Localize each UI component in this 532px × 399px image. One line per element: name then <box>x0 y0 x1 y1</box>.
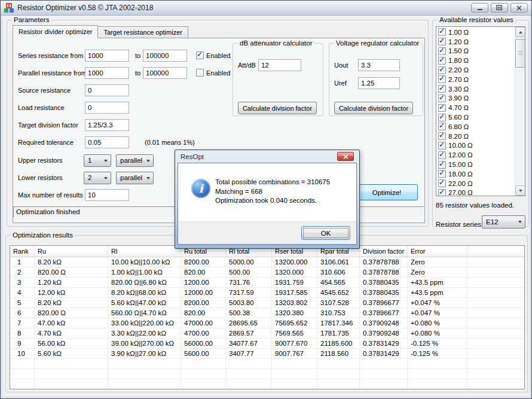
resistor-value-item[interactable]: 2.20 Ω <box>436 65 515 75</box>
attenuator-calculate-button[interactable]: Calculate division factor <box>238 102 317 114</box>
resistor-value-label: 22.00 Ω <box>448 180 473 187</box>
series-enabled-checkbox[interactable] <box>196 51 204 59</box>
lower-count-dropdown[interactable]: 2 <box>84 172 111 184</box>
resistor-value-checkbox[interactable] <box>438 66 446 74</box>
parallel-enabled-checkbox[interactable] <box>196 69 204 77</box>
tab-resistor-divider-optimizer[interactable]: Resistor divider optimizer <box>13 25 98 38</box>
resistor-value-item[interactable]: 15.00 Ω <box>436 160 515 169</box>
scroll-up-button[interactable] <box>515 27 525 37</box>
parallel-to-input[interactable]: 100000 <box>143 67 187 79</box>
tab-target-resistance-optimizer[interactable]: Target resistance optimizer <box>98 26 188 38</box>
resistor-value-checkbox[interactable] <box>438 95 446 102</box>
result-row[interactable]: 105.60 kΩ3.90 kΩ||27.00 kΩ5600.003407.77… <box>10 349 524 359</box>
resistor-value-checkbox[interactable] <box>438 104 446 112</box>
listbox-scrollbar[interactable] <box>515 27 525 196</box>
resistor-listbox[interactable]: 1.00 Ω1.20 Ω1.50 Ω1.80 Ω2.20 Ω2.70 Ω3.30… <box>436 26 525 196</box>
scroll-down-button[interactable] <box>515 185 525 196</box>
close-button[interactable] <box>510 3 528 13</box>
resistor-value-checkbox[interactable] <box>438 57 446 65</box>
resistor-value-item[interactable]: 1.00 Ω <box>436 28 515 37</box>
column-header-rank[interactable]: Rank <box>10 246 35 257</box>
upper-count-dropdown[interactable]: 1 <box>84 154 111 167</box>
target-division-input[interactable]: 1.25/3.3 <box>85 119 129 131</box>
resistor-value-checkbox[interactable] <box>438 75 446 83</box>
dialog-text-line: Optimization took 0.040 seconds. <box>215 196 330 206</box>
series-enabled-label[interactable]: Enabled <box>206 50 230 62</box>
resistor-value-item[interactable]: 6.80 Ω <box>436 122 515 132</box>
resistor-value-checkbox[interactable] <box>438 132 446 140</box>
result-row[interactable]: 58.20 kΩ5.60 kΩ||47.00 kΩ8200.005003.801… <box>10 298 524 308</box>
resistor-value-item[interactable]: 1.80 Ω <box>436 56 515 65</box>
resistor-value-item[interactable]: 5.60 Ω <box>436 112 515 122</box>
titlebar[interactable]: Resistor Optimizer v0.58 © JTA 2002-2018 <box>1 1 531 16</box>
resistor-value-item[interactable]: 3.30 Ω <box>436 84 515 94</box>
column-header-ru[interactable]: Ru <box>35 246 108 257</box>
result-cell <box>467 349 524 358</box>
values-loaded-text: 85 resistor values loaded. <box>436 202 514 209</box>
result-row[interactable]: 2820.00 Ω1.00 kΩ||1.00 kΩ820.00500.00132… <box>10 267 524 278</box>
result-row[interactable]: 31.20 kΩ820.00 Ω||6.80 kΩ1200.00731.7619… <box>10 278 524 288</box>
result-row[interactable]: 18.20 kΩ10.00 kΩ||10.00 kΩ8200.005000.00… <box>10 257 524 267</box>
resistor-value-checkbox[interactable] <box>438 161 446 169</box>
resistor-value-checkbox[interactable] <box>438 170 446 178</box>
result-cell: 5.60 kΩ <box>35 349 108 358</box>
resistor-value-item[interactable]: 1.50 Ω <box>436 47 515 56</box>
lower-mode-dropdown[interactable]: parallel <box>116 172 154 184</box>
resistor-value-item[interactable]: 4.70 Ω <box>436 103 515 112</box>
resistor-value-checkbox[interactable] <box>438 38 446 45</box>
resistor-value-checkbox[interactable] <box>438 85 446 93</box>
result-row[interactable]: 956.00 kΩ39.00 kΩ||270.00 kΩ56000.003407… <box>10 339 524 349</box>
available-resistors-group: Available resistor values 1.00 Ω1.20 Ω1.… <box>432 20 529 227</box>
attenuator-group: dB attenuator calculator Att/dB 12 Calcu… <box>233 43 323 116</box>
ok-button[interactable]: OK <box>301 226 350 240</box>
resistor-value-checkbox[interactable] <box>438 123 446 130</box>
uref-input[interactable]: 1.25 <box>358 77 400 89</box>
resistor-value-item[interactable]: 2.70 Ω <box>436 75 515 84</box>
resistor-value-checkbox[interactable] <box>438 47 446 55</box>
load-resistance-input[interactable]: 0 <box>85 102 129 114</box>
upper-mode-dropdown[interactable]: parallel <box>116 154 154 167</box>
column-header-rl[interactable]: Rl <box>108 246 181 257</box>
resistor-value-checkbox[interactable] <box>438 142 446 150</box>
resistor-value-checkbox[interactable] <box>438 114 446 121</box>
resistor-value-item[interactable]: 1.20 Ω <box>436 37 515 47</box>
series-from-input[interactable]: 1000 <box>85 50 129 62</box>
att-db-input[interactable]: 12 <box>258 59 301 71</box>
scrollbar-thumb[interactable] <box>515 39 525 68</box>
resistor-value-checkbox[interactable] <box>438 151 446 159</box>
resistor-value-item[interactable]: 3.90 Ω <box>436 94 515 103</box>
resistor-value-checkbox[interactable] <box>438 28 446 36</box>
result-row[interactable]: 412.00 kΩ8.20 kΩ||68.00 kΩ12000.007317.5… <box>10 288 524 298</box>
resistor-value-item[interactable]: 22.00 Ω <box>436 179 515 188</box>
result-row[interactable]: 6820.00 Ω560.00 Ω||4.70 kΩ820.00500.3813… <box>10 308 524 318</box>
resistor-value-item[interactable]: 27.00 Ω <box>436 188 515 196</box>
tolerance-input[interactable]: 0.05 <box>85 136 129 148</box>
result-cell: Zero <box>408 267 467 277</box>
dialog-close-button[interactable] <box>337 152 354 161</box>
resistor-value-item[interactable]: 8.20 Ω <box>436 132 515 141</box>
regulator-calculate-button[interactable]: Calculate division factor <box>334 102 413 114</box>
dialog-titlebar[interactable]: ResOpt <box>178 150 357 163</box>
resistor-value-item[interactable]: 12.00 Ω <box>436 150 515 160</box>
info-icon: i <box>191 179 210 198</box>
available-resistors-label: Available resistor values <box>438 16 515 24</box>
optimize-button[interactable]: Optimize! <box>356 184 418 200</box>
resistor-value-checkbox[interactable] <box>438 189 446 196</box>
uout-input[interactable]: 3.3 <box>358 59 400 71</box>
column-header-division-factor[interactable]: Division factor <box>360 246 408 257</box>
minimize-button[interactable] <box>471 3 488 13</box>
max-results-input[interactable]: 10 <box>85 189 129 201</box>
resistor-value-item[interactable]: 10.00 Ω <box>436 141 515 151</box>
resistor-value-item[interactable]: 18.00 Ω <box>436 169 515 179</box>
result-cell: 13200.000 <box>272 257 317 267</box>
result-row[interactable]: 747.00 kΩ33.00 kΩ||220.00 kΩ47000.002869… <box>10 318 524 328</box>
parallel-from-input[interactable]: 1000 <box>85 67 129 79</box>
series-to-input[interactable]: 100000 <box>143 50 187 62</box>
column-header-error[interactable]: Error <box>408 246 467 257</box>
parallel-enabled-label[interactable]: Enabled <box>206 67 230 79</box>
result-row[interactable]: 84.70 kΩ3.30 kΩ||22.00 kΩ4700.002869.577… <box>10 328 524 339</box>
maximize-button[interactable] <box>491 3 508 13</box>
resistor-series-dropdown[interactable]: E12 <box>482 215 525 229</box>
resistor-value-checkbox[interactable] <box>438 179 446 187</box>
source-resistance-input[interactable]: 0 <box>85 84 129 96</box>
